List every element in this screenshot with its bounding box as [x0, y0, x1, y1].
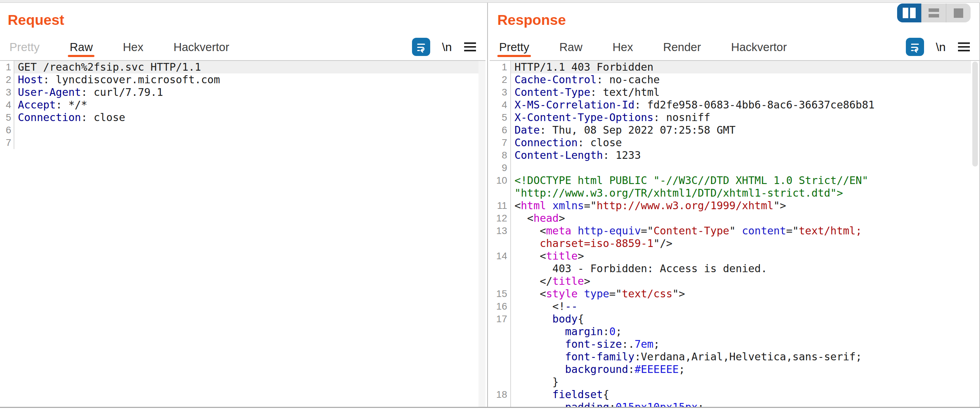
- code-line[interactable]: font-size:.7em;: [511, 338, 971, 351]
- tab-render[interactable]: Render: [662, 41, 702, 60]
- code-line[interactable]: Connection: close: [511, 136, 971, 149]
- code-line[interactable]: <meta http-equiv="Content-Type" content=…: [511, 225, 971, 237]
- editor-row[interactable]: 2Host: lyncdiscover.microsoft.com: [0, 73, 479, 86]
- tab-pretty[interactable]: Pretty: [498, 41, 530, 60]
- code-line[interactable]: padding:015px10px15px;: [511, 401, 971, 407]
- code-line[interactable]: Cache-Control: no-cache: [511, 73, 971, 86]
- code-line[interactable]: </title>: [511, 275, 971, 287]
- editor-row[interactable]: 4Accept: */*: [0, 99, 479, 111]
- code-line[interactable]: font-family:Verdana,Arial,Helvetica,sans…: [511, 351, 971, 363]
- editor-row[interactable]: 16 <!--: [490, 300, 971, 313]
- layout-option-columns[interactable]: [897, 3, 921, 22]
- code-line[interactable]: }: [511, 376, 971, 388]
- editor-row[interactable]: 15 <style type="text/css">: [490, 287, 971, 300]
- tab-hex[interactable]: Hex: [612, 41, 634, 60]
- editor-row[interactable]: background:#EEEEEE;: [490, 363, 971, 376]
- editor-row[interactable]: 12 <head>: [490, 212, 971, 225]
- editor-row[interactable]: padding:015px10px15px;: [490, 401, 971, 407]
- code-line[interactable]: GET /reach%2fsip.svc HTTP/1.1: [14, 61, 479, 73]
- editor-row[interactable]: charset=iso-8859-1"/>: [490, 237, 971, 250]
- code-line[interactable]: 403 - Forbidden: Access is denied.: [511, 262, 971, 275]
- code-line[interactable]: <!--: [511, 300, 971, 313]
- soft-wrap-toggle[interactable]: [412, 38, 430, 56]
- code-line[interactable]: <style type="text/css">: [511, 287, 971, 300]
- tab-raw[interactable]: Raw: [69, 41, 93, 60]
- code-line[interactable]: Host: lyncdiscover.microsoft.com: [14, 73, 479, 86]
- response-editor-content[interactable]: 1HTTP/1.1 403 Forbidden2Cache-Control: n…: [490, 61, 971, 407]
- editor-menu-button[interactable]: [958, 41, 970, 52]
- newline-toggle[interactable]: \n: [442, 40, 452, 54]
- code-line[interactable]: <title>: [511, 250, 971, 262]
- soft-wrap-toggle[interactable]: [906, 38, 924, 56]
- code-line[interactable]: Date: Thu, 08 Sep 2022 07:25:58 GMT: [511, 124, 971, 136]
- editor-row[interactable]: 5X-Content-Type-Options: nosniff: [490, 111, 971, 124]
- editor-row[interactable]: 14 <title>: [490, 250, 971, 262]
- editor-row[interactable]: 4X-MS-Correlation-Id: fd2fe958-0683-4bb6…: [490, 99, 971, 111]
- line-number: 7: [0, 136, 14, 149]
- response-panel: Response PrettyRawHexRenderHackvertor \n: [490, 3, 980, 407]
- editor-row[interactable]: 6: [0, 124, 479, 136]
- editor-row[interactable]: 8Content-Length: 1233: [490, 149, 971, 162]
- editor-row[interactable]: 5Connection: close: [0, 111, 479, 124]
- editor-row[interactable]: 6Date: Thu, 08 Sep 2022 07:25:58 GMT: [490, 124, 971, 136]
- request-editor-content[interactable]: 1GET /reach%2fsip.svc HTTP/1.12Host: lyn…: [0, 61, 479, 407]
- editor-row[interactable]: 2Cache-Control: no-cache: [490, 73, 971, 86]
- tab-pretty[interactable]: Pretty: [9, 41, 40, 60]
- request-scrollbar-track[interactable]: [479, 61, 485, 407]
- code-line[interactable]: Content-Length: 1233: [511, 149, 971, 162]
- code-line[interactable]: fieldset{: [511, 388, 971, 401]
- code-line[interactable]: [14, 136, 479, 149]
- tab-raw[interactable]: Raw: [558, 41, 583, 60]
- editor-row[interactable]: </title>: [490, 275, 971, 287]
- newline-toggle[interactable]: \n: [936, 40, 946, 54]
- editor-row[interactable]: 10<!DOCTYPE html PUBLIC "-//W3C//DTD XHT…: [490, 174, 971, 187]
- panel-splitter[interactable]: [485, 3, 490, 407]
- editor-row[interactable]: 3User-Agent: curl/7.79.1: [0, 86, 479, 99]
- code-line[interactable]: [511, 162, 971, 174]
- code-line[interactable]: [14, 124, 479, 136]
- editor-row[interactable]: 18 fieldset{: [490, 388, 971, 401]
- editor-menu-button[interactable]: [464, 41, 476, 52]
- code-line[interactable]: HTTP/1.1 403 Forbidden: [511, 61, 971, 73]
- line-number: 13: [490, 225, 511, 237]
- code-line[interactable]: margin:0;: [511, 325, 971, 338]
- editor-row[interactable]: 9: [490, 162, 971, 174]
- response-scrollbar-track[interactable]: [971, 61, 979, 407]
- editor-row[interactable]: 13 <meta http-equiv="Content-Type" conte…: [490, 225, 971, 237]
- code-line[interactable]: X-MS-Correlation-Id: fd2fe958-0683-4bb6-…: [511, 99, 971, 111]
- editor-row[interactable]: 1HTTP/1.1 403 Forbidden: [490, 61, 971, 73]
- code-line[interactable]: body{: [511, 313, 971, 325]
- tab-hackvertor[interactable]: Hackvertor: [173, 41, 230, 60]
- code-line[interactable]: Accept: */*: [14, 99, 479, 111]
- code-line[interactable]: User-Agent: curl/7.79.1: [14, 86, 479, 99]
- tab-hex[interactable]: Hex: [122, 41, 144, 60]
- editor-row[interactable]: 3Content-Type: text/html: [490, 86, 971, 99]
- editor-row[interactable]: font-family:Verdana,Arial,Helvetica,sans…: [490, 351, 971, 363]
- request-toolbar: \n: [412, 38, 476, 56]
- code-line[interactable]: charset=iso-8859-1"/>: [511, 237, 971, 250]
- code-line[interactable]: <html xmlns="http://www.w3.org/1999/xhtm…: [511, 199, 971, 212]
- code-line[interactable]: background:#EEEEEE;: [511, 363, 971, 376]
- editor-row[interactable]: }: [490, 376, 971, 388]
- code-line[interactable]: "http://www.w3.org/TR/xhtml1/DTD/xhtml1-…: [511, 187, 971, 199]
- editor-row[interactable]: 7: [0, 136, 479, 149]
- editor-row[interactable]: 11<html xmlns="http://www.w3.org/1999/xh…: [490, 199, 971, 212]
- rows-layout-icon: [929, 8, 939, 18]
- code-line[interactable]: Connection: close: [14, 111, 479, 124]
- code-line[interactable]: <!DOCTYPE html PUBLIC "-//W3C//DTD XHTML…: [511, 174, 971, 187]
- layout-option-rows[interactable]: [921, 3, 946, 22]
- layout-option-single[interactable]: [946, 3, 970, 22]
- tab-hackvertor[interactable]: Hackvertor: [730, 41, 788, 60]
- editor-row[interactable]: 403 - Forbidden: Access is denied.: [490, 262, 971, 275]
- editor-row[interactable]: 7Connection: close: [490, 136, 971, 149]
- line-number: 12: [490, 212, 511, 225]
- editor-row[interactable]: "http://www.w3.org/TR/xhtml1/DTD/xhtml1-…: [490, 187, 971, 199]
- editor-row[interactable]: margin:0;: [490, 325, 971, 338]
- code-line[interactable]: <head>: [511, 212, 971, 225]
- code-line[interactable]: Content-Type: text/html: [511, 86, 971, 99]
- editor-row[interactable]: font-size:.7em;: [490, 338, 971, 351]
- editor-row[interactable]: 17 body{: [490, 313, 971, 325]
- response-scrollbar-thumb[interactable]: [972, 62, 978, 166]
- editor-row[interactable]: 1GET /reach%2fsip.svc HTTP/1.1: [0, 61, 479, 73]
- code-line[interactable]: X-Content-Type-Options: nosniff: [511, 111, 971, 124]
